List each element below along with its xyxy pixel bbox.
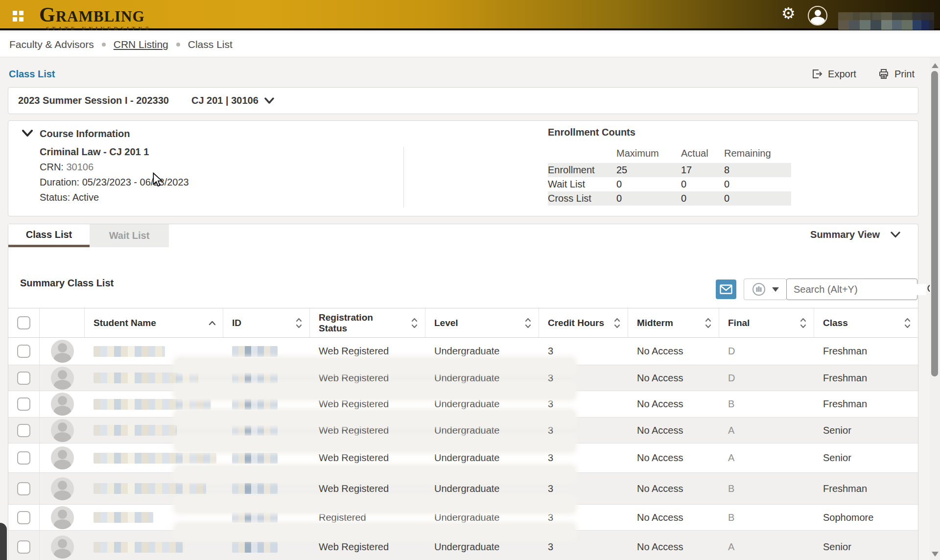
ec-row-enrollment: Enrollment 25 17 8 [548, 163, 791, 177]
scroll-up-arrow-icon[interactable] [932, 63, 939, 68]
print-label: Print [894, 69, 915, 80]
top-app-bar: GRAMBLING STATE UNIVERSITY® ⚙ [0, 0, 940, 30]
ec-row-crosslist: Cross List 0 0 0 [548, 191, 791, 206]
vertical-scrollbar[interactable] [930, 57, 940, 560]
export-icon [811, 68, 823, 80]
chevron-down-icon [891, 232, 900, 238]
summary-view-selector[interactable]: Summary View [810, 229, 900, 240]
cell-final: B [719, 473, 814, 504]
student-id-blur [232, 483, 278, 494]
row-checkbox[interactable] [17, 424, 30, 437]
cell-midterm: No Access [628, 531, 719, 560]
row-checkbox[interactable] [17, 482, 30, 495]
cell-final: A [719, 418, 814, 443]
course-title: Criminal Law - CJ 201 1 [40, 144, 189, 160]
student-avatar [51, 536, 74, 559]
breadcrumb-separator-icon [176, 43, 180, 47]
course-duration-line: Duration: 05/23/2023 - 06/23/2023 [40, 175, 189, 190]
print-icon [878, 68, 890, 80]
user-profile-icon[interactable] [808, 6, 827, 25]
header-student-name[interactable]: Student Name [85, 308, 223, 337]
status-label: Status: [40, 192, 70, 203]
cell-final: B [719, 505, 814, 530]
class-list-link[interactable]: Class List [9, 69, 55, 80]
scroll-down-arrow-icon[interactable] [932, 552, 939, 557]
header-midterm[interactable]: Midterm [628, 308, 719, 337]
cell-class: Senior [814, 443, 918, 472]
search-input[interactable] [787, 284, 926, 295]
header-credit-hours[interactable]: Credit Hours [539, 308, 628, 337]
course-selector[interactable]: CJ 201 | 30106 [191, 95, 274, 106]
student-avatar [51, 446, 74, 469]
summary-class-list-heading: Summary Class List [20, 278, 114, 289]
tab-wait-list[interactable]: Wait List [90, 224, 169, 247]
ec-row-waitlist: Wait List 0 0 0 [548, 177, 791, 191]
sort-both-icon [524, 317, 532, 329]
header-avatar-column [40, 308, 85, 337]
email-button[interactable] [716, 280, 736, 299]
cell-class: Sophomore [814, 505, 918, 530]
row-checkbox[interactable] [17, 345, 30, 358]
app-menu-icon[interactable] [13, 11, 24, 22]
cell-class: Freshman [814, 338, 918, 365]
settings-gear-icon[interactable]: ⚙ [781, 4, 796, 23]
student-avatar [51, 340, 74, 363]
student-avatar [51, 506, 74, 529]
sort-both-icon [904, 317, 911, 329]
row-checkbox[interactable] [17, 511, 30, 524]
student-avatar [51, 393, 74, 416]
cell-midterm: No Access [628, 505, 719, 530]
redaction-smudge [175, 524, 575, 538]
column-settings-button[interactable] [744, 279, 787, 300]
header-id[interactable]: ID [223, 308, 310, 337]
sort-both-icon [613, 317, 621, 329]
header-level[interactable]: Level [425, 308, 539, 337]
header-registration-status[interactable]: Registration Status [310, 308, 425, 337]
scrollbar-thumb[interactable] [931, 71, 938, 376]
course-crn-line: CRN: 30106 [40, 160, 189, 175]
table-row[interactable]: Web Registered Undergraduate 3 No Access… [8, 338, 918, 365]
tab-class-list[interactable]: Class List [8, 224, 90, 247]
cell-class: Freshman [814, 391, 918, 417]
student-avatar [51, 477, 74, 500]
breadcrumb-separator-icon [102, 43, 106, 47]
print-button[interactable]: Print [878, 68, 915, 80]
collapse-section-chevron-icon[interactable] [22, 130, 33, 139]
cell-class: Senior [814, 531, 918, 560]
summary-view-label: Summary View [810, 229, 880, 240]
student-name-blur [94, 542, 185, 553]
term-label: 2023 Summer Session I - 202330 [18, 95, 169, 106]
select-all-checkbox[interactable] [17, 316, 30, 329]
row-checkbox[interactable] [17, 540, 30, 554]
student-name-blur [94, 425, 177, 436]
header-class[interactable]: Class [814, 308, 918, 337]
sort-both-icon [705, 317, 712, 329]
class-table-body: Web Registered Undergraduate 3 No Access… [8, 338, 918, 560]
tab-bar: Class List Wait List Summary View [8, 224, 918, 247]
cell-midterm: No Access [628, 338, 719, 365]
cell-final: B [719, 391, 814, 417]
bottom-left-panel-edge [0, 523, 7, 560]
cell-midterm: No Access [628, 365, 719, 391]
status-value: Active [72, 192, 99, 203]
ec-col-maximum: Maximum [616, 147, 681, 163]
breadcrumb-crn-listing[interactable]: CRN Listing [114, 39, 168, 50]
header-final[interactable]: Final [719, 308, 814, 337]
student-name-blur [94, 346, 165, 357]
row-checkbox[interactable] [17, 451, 30, 465]
student-id-blur [232, 425, 278, 436]
cell-midterm: No Access [628, 443, 719, 472]
cell-final: D [719, 365, 814, 391]
enrollment-counts: Enrollment Counts Maximum Actual Remaini… [548, 127, 791, 206]
cell-class: Freshman [814, 473, 918, 504]
row-checkbox[interactable] [17, 372, 30, 385]
export-label: Export [828, 69, 856, 80]
student-name-blur [94, 399, 211, 410]
cell-final: A [719, 531, 814, 560]
breadcrumb-faculty-advisors[interactable]: Faculty & Advisors [9, 39, 94, 50]
export-button[interactable]: Export [811, 68, 856, 80]
student-id-blur [232, 453, 278, 464]
duration-value: 05/23/2023 - 06/23/2023 [82, 177, 189, 187]
student-name-blur [94, 453, 216, 464]
row-checkbox[interactable] [17, 397, 30, 411]
